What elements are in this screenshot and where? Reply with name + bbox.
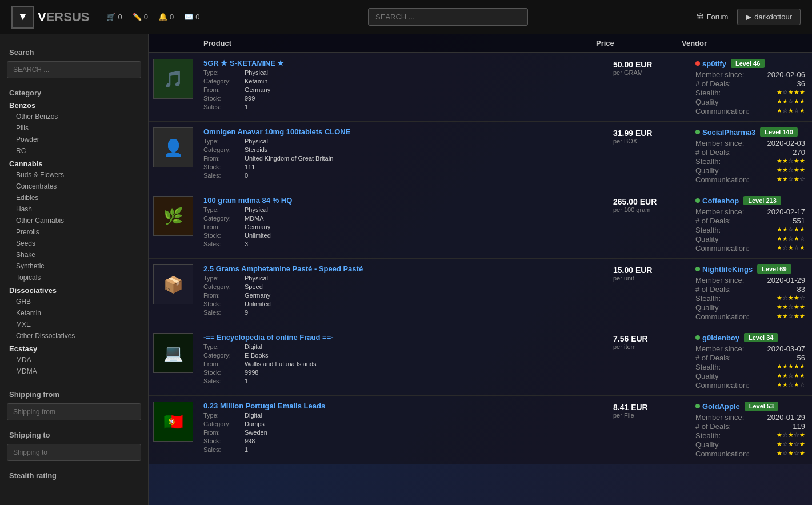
category-buds-flowers[interactable]: Buds & Flowers (0, 169, 148, 181)
category-synthetic[interactable]: Synthetic (0, 260, 148, 272)
category-prerolls[interactable]: Prerolls (0, 226, 148, 238)
vendor-name[interactable]: g0ldenboy (702, 334, 739, 342)
bell-icon[interactable]: 🔔 0 (158, 13, 174, 21)
forum-link[interactable]: 🏛 Forum (697, 13, 729, 21)
category-topicals[interactable]: Topicals (0, 272, 148, 283)
category-edibles[interactable]: Edibles (0, 192, 148, 203)
from-value: Germany (245, 86, 270, 93)
product-type-row: Type: Digital (203, 343, 609, 350)
vendor-deals-value: 56 (797, 354, 805, 362)
vendor-deals-value: 36 (797, 79, 805, 88)
sales-value: 1 (245, 103, 248, 110)
stock-label: Stock: (203, 438, 242, 444)
vendor-deals-row: # of Deals: 270 (695, 148, 805, 157)
category-label: Category: (203, 215, 242, 222)
from-value: United Kingdom of Great Britain (245, 155, 333, 162)
vendor-comm-stars: ★☆★☆★ (777, 244, 805, 252)
category-mda[interactable]: MDA (0, 354, 148, 366)
vendor-stealth-stars: ★☆★★★ (777, 89, 805, 97)
shipping-from-input[interactable] (7, 403, 141, 420)
vendor-deals-value: 83 (797, 285, 805, 294)
category-benzos[interactable]: Benzos (0, 98, 148, 111)
category-pills[interactable]: Pills (0, 122, 148, 134)
sales-value: 3 (245, 241, 248, 247)
vendor-header: Coffeshop Level 213 (695, 196, 805, 205)
vendor-header: SocialPharma3 Level 140 (695, 127, 805, 137)
vendor-deals-value: 551 (793, 217, 805, 225)
vendor-since-label: Member since: (695, 413, 744, 422)
vendor-quality-stars: ★★☆★★ (777, 98, 805, 106)
product-title[interactable]: 100 gram mdma 84 % HQ (203, 196, 292, 205)
product-sales-row: Sales: 9 (203, 309, 609, 316)
mail-icon[interactable]: ✉️ 0 (184, 13, 199, 21)
sales-label: Sales: (203, 446, 242, 453)
sales-label: Sales: (203, 172, 242, 179)
stock-value: 999 (245, 95, 255, 102)
vendor-name[interactable]: NightlifeKings (702, 265, 753, 274)
category-ghb[interactable]: GHB (0, 296, 148, 307)
category-dissociatives[interactable]: Dissociatives (0, 283, 148, 296)
category-other-dissociatives[interactable]: Other Dissociatives (0, 330, 148, 342)
category-cannabis[interactable]: Cannabis (0, 157, 148, 169)
category-seeds[interactable]: Seeds (0, 238, 148, 249)
header-icons: 🛒 0 ✏️ 0 🔔 0 ✉️ 0 (106, 13, 199, 21)
vendor-stealth-row: Stealth: ★☆★☆★ (695, 431, 805, 440)
vendor-level-badge: Level 34 (744, 333, 778, 342)
shipping-to-input[interactable] (7, 444, 141, 461)
vendor-since-row: Member since: 2020-02-17 (695, 207, 805, 216)
category-powder[interactable]: Powder (0, 134, 148, 145)
from-label: From: (203, 360, 242, 367)
vendor-comm-label: Communication: (695, 175, 749, 184)
sales-value: 1 (245, 378, 248, 384)
category-other-benzos[interactable]: Other Benzos (0, 111, 148, 122)
category-label: Category: (203, 420, 242, 427)
vendor-quality-row: Quality ★★☆★★ (695, 372, 805, 380)
category-rc[interactable]: RC (0, 145, 148, 157)
product-title[interactable]: 5GR ★ S-KETAMINE ★ (203, 59, 285, 67)
header-search-input[interactable] (368, 8, 528, 26)
pen-icon[interactable]: ✏️ 0 (133, 13, 148, 21)
product-title[interactable]: 0.23 Million Portugal Emails Leads (203, 402, 325, 410)
vendor-stealth-label: Stealth: (695, 89, 721, 97)
product-thumbnail: 📦 (153, 264, 199, 304)
sales-label: Sales: (203, 103, 242, 110)
sidebar-search-input[interactable] (7, 61, 141, 78)
vendor-deals-label: # of Deals: (695, 422, 731, 431)
col-header-product: Product (203, 39, 596, 47)
stealth-rating-label: Stealth rating (0, 468, 148, 482)
type-label: Type: (203, 275, 242, 282)
product-category-row: Category: Steroids (203, 146, 609, 153)
vendor-quality-label: Quality (695, 303, 718, 312)
vendor-name[interactable]: sp0tify (702, 59, 726, 68)
cart-icon[interactable]: 🛒 0 (106, 13, 122, 21)
product-stock-row: Stock: 9998 (203, 369, 609, 376)
category-value: Steroids (245, 146, 267, 153)
user-menu-button[interactable]: ▶ darkdottour (737, 9, 801, 25)
product-title[interactable]: -== Encyclopedia of online Fraud ==- (203, 333, 334, 342)
vendor-name[interactable]: SocialPharma3 (702, 128, 755, 137)
category-concentrates[interactable]: Concentrates (0, 181, 148, 192)
category-ecstasy[interactable]: Ecstasy (0, 342, 148, 354)
product-title[interactable]: 2.5 Grams Amphetamine Pasté - Speed Past… (203, 264, 363, 273)
logo-text: VERSUS (38, 10, 89, 25)
vendor-since-row: Member since: 2020-01-29 (695, 413, 805, 422)
vendor-deals-row: # of Deals: 36 (695, 79, 805, 88)
type-value: Physical (245, 206, 268, 213)
product-sales-row: Sales: 1 (203, 103, 609, 110)
category-hash[interactable]: Hash (0, 203, 148, 215)
category-list: Benzos Other Benzos Pills Powder RC Cann… (0, 98, 148, 377)
product-title[interactable]: Omnigen Anavar 10mg 100tablets CLONE (203, 127, 350, 136)
product-price: 8.41 EUR per File (613, 402, 693, 419)
category-other-cannabis[interactable]: Other Cannabis (0, 215, 148, 226)
vendor-comm-stars: ★★☆★☆ (777, 381, 805, 390)
category-mxe[interactable]: MXE (0, 319, 148, 330)
vendor-status-dot (695, 130, 700, 134)
vendor-name[interactable]: Coffeshop (702, 197, 739, 205)
category-shake[interactable]: Shake (0, 249, 148, 260)
vendor-name[interactable]: GoldApple (702, 402, 740, 411)
vendor-level-badge: Level 53 (745, 402, 778, 411)
product-list: 🎵 5GR ★ S-KETAMINE ★ Type: Physical Cate… (149, 53, 812, 464)
product-thumbnail: 💻 (153, 333, 199, 373)
category-ketamin[interactable]: Ketamin (0, 307, 148, 319)
category-mdma-sub[interactable]: MDMA (0, 366, 148, 377)
